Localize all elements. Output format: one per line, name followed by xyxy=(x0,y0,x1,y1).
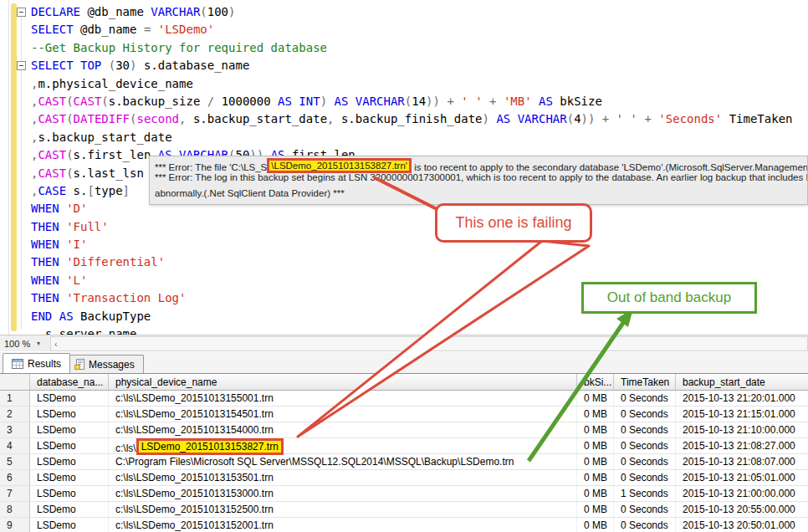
highlighted-failing-file-cell: LSDemo_20151013153827.trn xyxy=(136,438,284,455)
row-number-cell[interactable]: 1 xyxy=(0,391,30,406)
bksize-cell[interactable]: 0 MB xyxy=(577,438,614,453)
code-line-15: THEN 'Differential' xyxy=(0,253,808,271)
row-number-cell[interactable]: 8 xyxy=(0,502,30,517)
backup-start-date-cell[interactable]: 2015-10-13 21:20:01.000 xyxy=(676,391,808,406)
timetaken-cell[interactable]: 0 Seconds xyxy=(614,502,676,517)
backup-start-date-cell[interactable]: 2015-10-13 21:10:00.000 xyxy=(676,422,808,437)
physical-device-name-cell[interactable]: c:\ls\LSDemo_20151013153501.trn xyxy=(109,470,577,485)
physical-device-name-cell[interactable]: c:\ls\LSDemo_20151013152001.trn xyxy=(109,518,577,532)
backup-start-date-cell[interactable]: 2015-10-13 21:15:01.000 xyxy=(676,407,808,422)
error-tooltip: *** Error: The file 'C:\LS_S\LSDemo_2015… xyxy=(149,156,808,205)
column-header-size[interactable]: bkSi... xyxy=(577,374,614,390)
code-line-4: SELECT TOP (30) s.database_name xyxy=(0,57,808,74)
messages-icon xyxy=(74,359,84,370)
bksize-cell[interactable]: 0 MB xyxy=(577,407,614,422)
code-line-13: THEN 'Full' xyxy=(0,218,808,236)
error-line-1: *** Error: The file 'C:\LS_S\LSDemo_2015… xyxy=(155,160,807,171)
zoom-dropdown-icon[interactable]: ▾ xyxy=(37,340,40,347)
row-number-cell[interactable]: 2 xyxy=(0,407,30,422)
fold-collapse-icon[interactable] xyxy=(17,61,26,70)
physical-device-name-cell[interactable]: c:\ls\LSDemo_20151013153000.trn xyxy=(109,486,577,501)
row-number-cell[interactable]: 7 xyxy=(0,486,30,501)
backup-start-date-cell[interactable]: 2015-10-13 21:08:07.000 xyxy=(676,454,808,469)
backup-start-date-cell[interactable]: 2015-10-13 20:50:01.000 xyxy=(676,518,808,532)
table-row: 6LSDemoc:\ls\LSDemo_20151013153501.trn0 … xyxy=(0,470,808,486)
code-line-5: ,m.physical_device_name xyxy=(0,75,808,93)
grid-header-row: database_na...physical_device_namebkSi..… xyxy=(0,374,808,391)
timetaken-cell[interactable]: 0 Seconds xyxy=(614,407,676,422)
fold-collapse-icon[interactable] xyxy=(17,8,26,17)
timetaken-cell[interactable]: 0 Seconds xyxy=(614,391,676,406)
table-row: 2LSDemoc:\ls\LSDemo_20151013154501.trn0 … xyxy=(0,407,808,422)
code-line-6: ,CAST(CAST(s.backup_size / 1000000 AS IN… xyxy=(0,93,808,110)
column-header-time[interactable]: TimeTaken xyxy=(614,374,676,390)
bksize-cell[interactable]: 0 MB xyxy=(577,486,614,501)
database-name-cell[interactable]: LSDemo xyxy=(30,422,109,437)
database-name-cell[interactable]: LSDemo xyxy=(30,502,109,517)
zoom-level[interactable]: 100 % xyxy=(4,339,30,349)
row-number-cell[interactable]: 5 xyxy=(0,454,30,469)
tab-messages-label: Messages xyxy=(89,359,135,371)
highlighted-failing-file: \LSDemo_20151013153827.trn' xyxy=(267,158,412,173)
table-row: 1LSDemoc:\ls\LSDemo_20151013155001.trn0 … xyxy=(0,391,808,407)
column-header-path[interactable]: physical_device_name xyxy=(109,374,577,390)
grid-body: 1LSDemoc:\ls\LSDemo_20151013155001.trn0 … xyxy=(0,391,808,532)
backup-start-date-cell[interactable]: 2015-10-13 20:55:00.000 xyxy=(676,502,808,517)
database-name-cell[interactable]: LSDemo xyxy=(30,486,109,501)
database-name-cell[interactable]: LSDemo xyxy=(30,518,109,532)
timetaken-cell[interactable]: 1 Seconds xyxy=(614,486,676,501)
physical-device-name-cell[interactable]: c:\ls\LSDemo_20151013155001.trn xyxy=(109,391,577,406)
bksize-cell[interactable]: 0 MB xyxy=(577,454,614,469)
column-header-start[interactable]: backup_start_date xyxy=(676,374,808,390)
column-header-db[interactable]: database_na... xyxy=(30,374,109,390)
table-row: 3LSDemoc:\ls\LSDemo_20151013154000.trn0 … xyxy=(0,422,808,438)
backup-start-date-cell[interactable]: 2015-10-13 21:00:00.000 xyxy=(676,486,808,501)
out-of-band-callout: Out of band backup xyxy=(581,282,757,314)
failing-callout-label: This one is failing xyxy=(455,214,571,232)
database-name-cell[interactable]: LSDemo xyxy=(30,407,109,422)
physical-device-name-cell[interactable]: c:\ls\LSDemo_20151013152500.trn xyxy=(109,502,577,517)
physical-device-name-cell[interactable]: C:\Program Files\Microsoft SQL Server\MS… xyxy=(109,454,577,469)
bksize-cell[interactable]: 0 MB xyxy=(577,422,614,437)
database-name-cell[interactable]: LSDemo xyxy=(30,391,109,406)
code-line-8: ,s.backup_start_date xyxy=(0,129,808,146)
bksize-cell[interactable]: 0 MB xyxy=(577,502,614,517)
tab-messages[interactable]: Messages xyxy=(65,355,144,373)
timetaken-cell[interactable]: 0 Seconds xyxy=(614,422,676,437)
table-row: 8LSDemoc:\ls\LSDemo_20151013152500.trn0 … xyxy=(0,502,808,518)
grid-corner-cell[interactable] xyxy=(0,374,30,390)
database-name-cell[interactable]: LSDemo xyxy=(30,454,109,469)
timetaken-cell[interactable]: 0 Seconds xyxy=(614,438,676,453)
editor-status-strip: 100 % ▾ ‹ xyxy=(0,335,808,351)
row-number-cell[interactable]: 3 xyxy=(0,422,30,437)
physical-device-name-cell[interactable]: c:\ls\LSDemo_20151013154000.trn xyxy=(109,422,577,437)
bksize-cell[interactable]: 0 MB xyxy=(577,391,614,406)
code-line-3: --Get Backup History for required databa… xyxy=(0,39,808,57)
horizontal-scrollbar[interactable]: ‹ xyxy=(50,336,808,351)
backup-start-date-cell[interactable]: 2015-10-13 21:05:01.000 xyxy=(676,470,808,485)
bksize-cell[interactable]: 0 MB xyxy=(577,470,614,485)
code-line-14: WHEN 'I' xyxy=(0,236,808,253)
backup-start-date-cell[interactable]: 2015-10-13 21:08:27.000 xyxy=(676,438,808,453)
database-name-cell[interactable]: LSDemo xyxy=(30,438,109,453)
row-number-cell[interactable]: 6 xyxy=(0,470,30,485)
table-row: 4LSDemoc:\ls\LSDemo_20151013153827.trn0 … xyxy=(0,438,808,454)
row-number-cell[interactable]: 4 xyxy=(0,438,30,453)
bksize-cell[interactable]: 0 MB xyxy=(577,518,614,532)
table-row: 9LSDemoc:\ls\LSDemo_20151013152001.trn0 … xyxy=(0,518,808,532)
scroll-left-icon[interactable]: ‹ xyxy=(54,339,58,349)
timetaken-cell[interactable]: 0 Seconds xyxy=(614,518,676,532)
database-name-cell[interactable]: LSDemo xyxy=(30,470,109,485)
tab-results[interactable]: Results xyxy=(3,353,70,373)
physical-device-name-cell[interactable]: c:\ls\LSDemo_20151013153827.trn xyxy=(109,438,577,453)
physical-device-name-cell[interactable]: c:\ls\LSDemo_20151013154501.trn xyxy=(109,407,577,422)
timetaken-cell[interactable]: 0 Seconds xyxy=(614,470,676,485)
tab-results-label: Results xyxy=(28,358,61,370)
results-grid: database_na...physical_device_namebkSi..… xyxy=(0,373,808,532)
row-number-cell[interactable]: 9 xyxy=(0,518,30,532)
timetaken-cell[interactable]: 0 Seconds xyxy=(614,454,676,469)
results-tabbar: Results Messages xyxy=(0,352,808,373)
code-line-1: DECLARE @db_name VARCHAR(100) xyxy=(0,3,808,21)
table-row: 7LSDemoc:\ls\LSDemo_20151013153000.trn0 … xyxy=(0,486,808,502)
error-line-2: *** Error: The log in this backup set be… xyxy=(155,171,807,183)
